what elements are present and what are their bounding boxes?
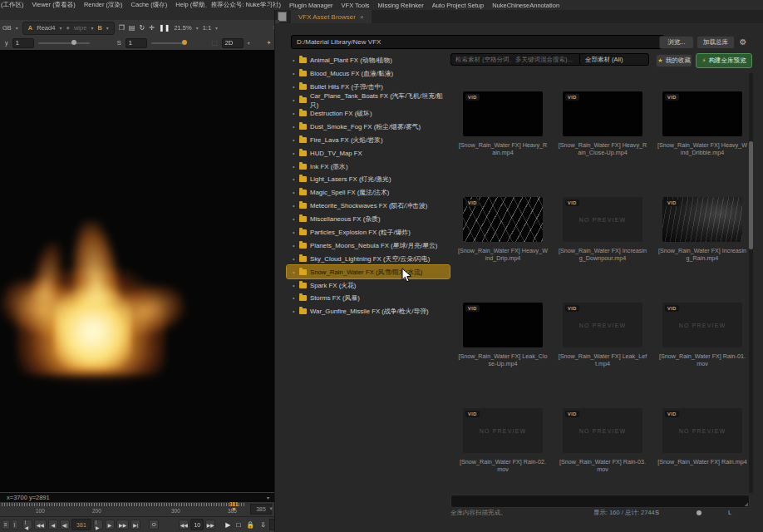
asset-thumbnail[interactable]: VID NO PREVIEW <box>563 303 642 347</box>
tree-item[interactable]: • Meteorite_Shockwaves FX (陨石/冲击波) <box>287 200 450 213</box>
gain-value-field[interactable]: 1 <box>126 38 147 48</box>
playback-option-icon[interactable]: □ <box>237 521 241 529</box>
pixel-ratio-dropdown[interactable]: 1:1 <box>203 24 211 32</box>
pause-icon[interactable]: ❚❚ <box>159 24 170 32</box>
tree-item[interactable]: • Miscellaneous FX (杂质) <box>287 213 450 226</box>
asset-thumbnail[interactable]: VID <box>463 91 543 136</box>
target-icon[interactable]: ✛ <box>149 24 155 32</box>
asset-thumbnail[interactable]: VID NO PREVIEW <box>662 408 742 453</box>
tree-item[interactable]: • Fire_Lava FX (火焰/岩浆) <box>287 133 450 146</box>
close-icon[interactable]: × <box>360 13 364 21</box>
menu-item[interactable]: Help (帮助、推荐公众号: Nuke学习社) <box>175 1 281 9</box>
tree-item[interactable]: • Blood_Mucus FX (血液/黏液) <box>287 67 450 81</box>
timeline-ruler[interactable] <box>2 503 245 506</box>
transport-button[interactable]: | <box>12 520 18 530</box>
gain-slider[interactable] <box>151 42 186 44</box>
tree-item[interactable]: • Magic_Spell FX (魔法/法术) <box>287 186 450 200</box>
asset-card[interactable]: VID NO PREVIEW [Snow_Rain_Water FX] Rain… <box>652 390 752 495</box>
search-input[interactable] <box>450 53 582 66</box>
tree-item[interactable]: • Planets_Moons_Nebula FX (星球/月亮/星云) <box>287 239 450 252</box>
view-mode-dropdown[interactable]: 2D <box>222 38 244 48</box>
scrollbar-thumb[interactable] <box>749 141 753 249</box>
tree-item[interactable]: • HUD_TV_Map FX <box>287 146 450 160</box>
gamma-slider[interactable] <box>38 42 90 44</box>
range-end-field[interactable]: 385 <box>250 504 272 515</box>
asset-card[interactable]: VID [Snow_Rain_Water FX] Heavy_Wind_Drip… <box>453 179 553 284</box>
wipe-dot-icon[interactable]: ● <box>66 24 70 32</box>
loop-mode-button[interactable]: O <box>149 520 159 530</box>
grid-scrollbar[interactable] <box>749 73 753 493</box>
asset-card[interactable]: VID NO PREVIEW [Snow_Rain_Water FX] Rain… <box>453 390 553 495</box>
increment-forward-button[interactable]: ▶▶ <box>205 520 215 530</box>
tree-item[interactable]: • Dust_Smoke_Fog FX (粉尘/烟雾/雾气) <box>287 120 450 133</box>
transport-button[interactable]: ▶ <box>105 520 115 530</box>
tree-item[interactable]: • Car_Plane_Tank_Boats FX (汽车/飞机/坦克/船只) <box>287 94 450 107</box>
zoom-level-dropdown[interactable]: 21.5% <box>174 24 191 32</box>
asset-thumbnail[interactable]: VID <box>463 197 543 242</box>
tree-item[interactable]: • Destruction FX (破坏) <box>287 107 450 121</box>
transport-button[interactable]: ▶| <box>130 520 140 530</box>
playback-option-icon[interactable]: 🔒 <box>246 521 254 529</box>
asset-card[interactable]: VID NO PREVIEW [Snow_Rain_Water FX] Rain… <box>652 284 752 390</box>
tree-item[interactable]: • Storms FX (风暴) <box>287 292 450 305</box>
transport-button[interactable]: ◀◀ <box>34 520 47 530</box>
asset-card[interactable]: VID NO PREVIEW [Snow_Rain_Water FX] Rain… <box>553 390 652 495</box>
chevron-down-icon[interactable]: ▾ <box>269 505 273 512</box>
playback-option-icon[interactable]: ⇩ <box>260 521 266 529</box>
settings-button[interactable]: ⚙ <box>736 36 750 47</box>
mask-icon[interactable]: ✦ <box>267 39 272 47</box>
channel-dropdown[interactable]: GB <box>2 24 12 32</box>
viewer-canvas[interactable] <box>0 50 274 492</box>
asset-card[interactable]: VID [Snow_Rain_Water FX] Heavy_Wind_Drib… <box>652 73 752 179</box>
gamma-value-field[interactable]: 1 <box>12 38 34 48</box>
asset-thumbnail[interactable]: VID <box>662 197 742 242</box>
favorites-button[interactable]: ★ 我的收藏 <box>656 54 692 67</box>
asset-thumbnail[interactable]: VID NO PREVIEW <box>662 303 742 347</box>
tree-item[interactable]: • Animal_Plant FX (动物/植物) <box>287 54 450 67</box>
transport-button[interactable]: ◀ <box>48 520 58 530</box>
transport-button[interactable]: ≡ <box>2 520 10 530</box>
browse-button[interactable]: 浏览... <box>659 36 694 49</box>
asset-card[interactable]: VID [Snow_Rain_Water FX] Leak_Close-Up.m… <box>453 284 553 390</box>
tree-item[interactable]: • War_Gunfire_Missile FX (战争/枪火/导弹) <box>287 305 450 318</box>
transport-button[interactable]: |◀ <box>22 520 32 530</box>
asset-thumbnail[interactable]: VID <box>463 303 543 347</box>
playback-option-icon[interactable]: ▶ <box>225 521 230 529</box>
transport-button[interactable]: ◀| <box>60 520 70 530</box>
tree-item[interactable]: • Snow_Rain_Water FX (风雪/雨水/水流) <box>287 265 450 278</box>
transport-button[interactable]: ▶▶ <box>116 520 129 530</box>
menu-item[interactable]: Auto Project Setup <box>432 2 485 9</box>
asset-card[interactable]: VID [Snow_Rain_Water FX] Heavy_Rain_Clos… <box>553 73 652 179</box>
menu-item[interactable]: Missing Relinker <box>378 2 424 9</box>
tree-item[interactable]: • Light_Lasers FX (灯光/激光) <box>287 173 450 186</box>
tree-item[interactable]: • Sky_Cloud_Lightning FX (天空/云朵/闪电) <box>287 252 450 265</box>
tree-item[interactable]: • Ink FX (墨水) <box>287 160 450 173</box>
asset-thumbnail[interactable]: VID <box>563 91 642 136</box>
build-preview-button[interactable]: ⚡ 构建全库预览 <box>696 53 752 68</box>
asset-card[interactable]: VID [Snow_Rain_Water FX] Increasing_Rain… <box>652 179 752 284</box>
resize-handle[interactable] <box>745 503 748 506</box>
playhead[interactable]: 381 ▼ <box>229 502 239 512</box>
chevron-down-icon[interactable]: ▾ <box>267 495 269 500</box>
swap-views-icon[interactable]: ❐ <box>119 24 125 32</box>
asset-thumbnail[interactable]: VID NO PREVIEW <box>563 408 642 453</box>
tree-item[interactable]: • Particles_Explosion FX (粒子/爆炸) <box>287 226 450 239</box>
increment-back-button[interactable]: ◀◀ <box>179 520 189 530</box>
asset-thumbnail[interactable]: VID NO PREVIEW <box>463 408 543 453</box>
wipe-mode-dropdown[interactable]: wipe <box>74 24 86 32</box>
asset-thumbnail[interactable]: VID NO PREVIEW <box>563 197 642 242</box>
frame-increment-field[interactable]: 10 <box>190 519 204 530</box>
current-frame-field[interactable]: 381 <box>71 519 91 530</box>
menu-item[interactable]: Plugin Manager <box>289 2 333 9</box>
roi-icon[interactable]: ⬚ <box>212 39 218 47</box>
load-library-button[interactable]: 加载总库 <box>697 36 735 49</box>
transport-button[interactable]: |▶ <box>93 520 103 530</box>
tree-item[interactable]: • Spark FX (火花) <box>287 278 450 292</box>
notes-box[interactable] <box>450 495 750 508</box>
asset-thumbnail[interactable]: VID <box>662 91 742 136</box>
menu-item[interactable]: Viewer (查看器) <box>32 1 76 9</box>
asset-card[interactable]: VID [Snow_Rain_Water FX] Heavy_Rain.mp4 <box>453 73 553 179</box>
tab-vfx-asset-browser[interactable]: VFX Asset Browser × <box>291 10 372 23</box>
menu-item[interactable]: (工作区) <box>1 1 24 9</box>
timeline[interactable]: 100 200 300 385 381 ▼ 385 ▾ <box>0 502 274 517</box>
